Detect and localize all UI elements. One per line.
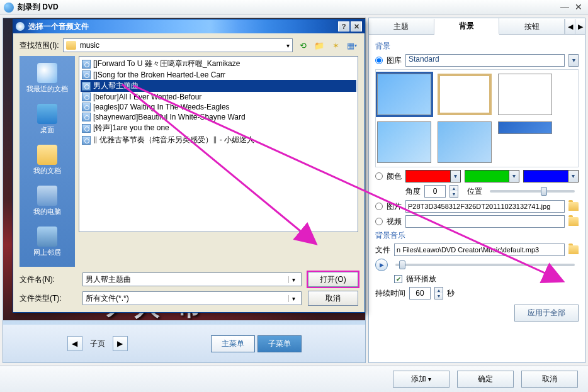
- bg-thumb[interactable]: [377, 121, 431, 163]
- file-name: ‖ 优雅古筝节奏（纯音乐另类感受）‖ - 小媚迷人: [93, 135, 254, 145]
- loop-label: 循环播放: [406, 274, 436, 284]
- music-progress-slider[interactable]: [395, 264, 575, 266]
- angle-input[interactable]: [424, 185, 446, 198]
- tab-theme[interactable]: 主题: [369, 19, 434, 34]
- dialog-cancel-button[interactable]: 取消: [308, 291, 358, 306]
- place-computer[interactable]: 我的电脑: [21, 182, 74, 222]
- filetype-select[interactable]: 所有文件(*.*)▾: [82, 291, 302, 305]
- browse-video-icon[interactable]: [568, 217, 579, 226]
- image-path-input[interactable]: [405, 200, 565, 213]
- close-button[interactable]: ✕: [573, 3, 584, 13]
- minimize-button[interactable]: —: [559, 3, 570, 13]
- bg-thumb[interactable]: [377, 74, 431, 115]
- apply-all-button[interactable]: 应用于全部: [514, 305, 579, 322]
- bg-thumb[interactable]: [438, 74, 492, 115]
- angle-spinner[interactable]: ▲▼: [449, 185, 458, 198]
- new-folder-icon[interactable]: ✶: [329, 39, 342, 52]
- library-label: 图库: [387, 55, 402, 66]
- color-swatch-green[interactable]: ▾: [465, 170, 520, 182]
- place-recent[interactable]: 我最近的文档: [21, 60, 74, 99]
- audio-file-icon: [82, 82, 91, 91]
- radio-library[interactable]: [375, 57, 383, 64]
- dialog-title: 选择一个音频文件: [28, 21, 89, 32]
- app-icon: [4, 3, 14, 13]
- radio-image[interactable]: [375, 203, 383, 210]
- file-name: [shayneward]Beautiful In White-Shayne Wa…: [93, 113, 246, 121]
- radio-color[interactable]: [375, 172, 383, 180]
- library-select[interactable]: Standard: [405, 54, 565, 67]
- bg-thumb[interactable]: [498, 121, 552, 134]
- filename-input[interactable]: 男人帮主题曲▾: [82, 272, 302, 286]
- prev-page-button[interactable]: ◀: [67, 336, 82, 351]
- folder-icon: [66, 41, 76, 50]
- file-name: []Song for the Broken Hearted-Lee Carr: [93, 70, 225, 79]
- browse-image-icon[interactable]: [568, 202, 579, 211]
- bg-thumb[interactable]: [438, 121, 492, 163]
- duration-label: 持续时间: [375, 288, 405, 299]
- lookin-value: music: [80, 41, 99, 50]
- footer: 添加 确定 取消: [0, 366, 588, 392]
- music-path-input[interactable]: [394, 244, 565, 256]
- view-menu-icon[interactable]: ▦▾: [346, 39, 358, 52]
- file-item[interactable]: [befour]All I Ever Wanted-Befour: [81, 92, 356, 102]
- tab-background[interactable]: 背景: [434, 18, 500, 35]
- loop-checkbox[interactable]: ✔: [394, 275, 402, 283]
- tab-button[interactable]: 按钮: [499, 19, 565, 34]
- main-menu-button[interactable]: 主菜单: [211, 335, 255, 352]
- duration-input[interactable]: [409, 287, 431, 300]
- dialog-help-button[interactable]: ?: [338, 21, 349, 31]
- color-swatch-blue[interactable]: ▾: [523, 170, 579, 182]
- file-item[interactable]: []Song for the Broken Hearted-Lee Carr: [81, 70, 356, 80]
- browse-music-icon[interactable]: [568, 245, 579, 254]
- file-name: 男人帮主题曲: [93, 81, 139, 91]
- ok-button[interactable]: 确定: [457, 371, 514, 388]
- file-name: [befour]All I Ever Wanted-Befour: [93, 92, 201, 101]
- audio-file-icon: [82, 136, 91, 145]
- thumbnail-grid: [375, 69, 579, 167]
- file-list[interactable]: []Forward To U 雖々圧噶章π秤喔_Kamikaze[]Song f…: [79, 56, 358, 232]
- audio-file-icon: [82, 103, 91, 111]
- tab-scroll-left[interactable]: ◀: [565, 19, 575, 34]
- file-name: [eagles]07 Waiting In The Weeds-Eagles: [93, 103, 230, 111]
- subpage-label: 子页: [90, 339, 105, 349]
- add-button[interactable]: 添加: [393, 371, 449, 388]
- color-swatch-red[interactable]: ▾: [405, 170, 461, 182]
- music-section-title: 背景音乐: [375, 230, 579, 241]
- lookin-combo[interactable]: music ▾: [63, 38, 293, 52]
- nav-bar: ◀ 子页 ▶ 主菜单 子菜单: [3, 325, 365, 362]
- dialog-titlebar[interactable]: 选择一个音频文件 ? ✕: [13, 20, 365, 33]
- bg-thumb[interactable]: [498, 74, 552, 115]
- file-item[interactable]: ‖ 优雅古筝节奏（纯音乐另类感受）‖ - 小媚迷人: [81, 134, 356, 146]
- back-icon[interactable]: ⟲: [297, 39, 309, 52]
- next-page-button[interactable]: ▶: [113, 336, 128, 351]
- tab-scroll-right[interactable]: ▶: [575, 19, 585, 34]
- up-folder-icon[interactable]: 📁: [313, 39, 325, 52]
- file-dialog: 选择一个音频文件 ? ✕ 查找范围(I): music ▾ ⟲ 📁 ✶ ▦▾ 我…: [13, 19, 365, 313]
- file-item[interactable]: [shayneward]Beautiful In White-Shayne Wa…: [81, 112, 356, 122]
- image-label: 图片: [387, 201, 402, 212]
- duration-spinner[interactable]: ▲▼: [434, 287, 443, 300]
- filetype-label: 文件类型(T):: [20, 293, 76, 304]
- video-label: 视频: [387, 216, 402, 227]
- places-bar: 我最近的文档 桌面 我的文档 我的电脑 网上邻居: [20, 56, 75, 267]
- place-documents[interactable]: 我的文档: [21, 142, 74, 181]
- file-item[interactable]: 男人帮主题曲: [81, 80, 356, 92]
- sub-menu-button[interactable]: 子菜单: [257, 335, 302, 352]
- file-item[interactable]: [eagles]07 Waiting In The Weeds-Eagles: [81, 102, 356, 112]
- dialog-close-button[interactable]: ✕: [351, 21, 362, 31]
- place-desktop[interactable]: 桌面: [21, 101, 74, 140]
- library-caret-icon[interactable]: ▾: [568, 54, 579, 67]
- file-item[interactable]: []Forward To U 雖々圧噶章π秤喔_Kamikaze: [81, 58, 356, 70]
- place-network[interactable]: 网上邻居: [21, 223, 74, 263]
- video-path-input[interactable]: [405, 215, 565, 228]
- file-item[interactable]: [铃声]1are you the one: [81, 122, 356, 134]
- position-slider[interactable]: [490, 190, 575, 193]
- play-button[interactable]: ▶: [375, 259, 388, 271]
- radio-video[interactable]: [375, 218, 383, 225]
- lookin-label: 查找范围(I):: [20, 40, 59, 51]
- color-label: 颜色: [387, 171, 402, 182]
- music-file-label: 文件: [375, 245, 390, 255]
- cancel-button[interactable]: 取消: [521, 371, 578, 388]
- filename-label: 文件名(N):: [20, 274, 76, 285]
- open-button[interactable]: 打开(O): [308, 272, 358, 287]
